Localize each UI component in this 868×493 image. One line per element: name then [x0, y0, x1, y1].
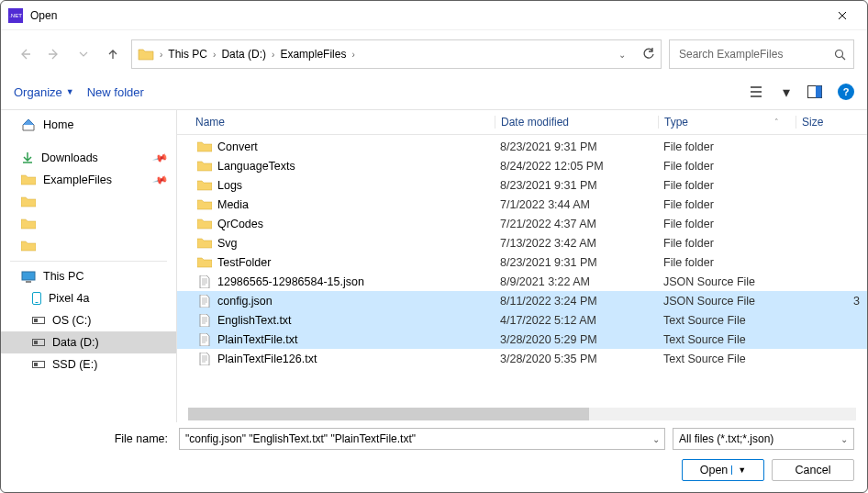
caret-down-icon[interactable]: ▾: [781, 82, 792, 102]
file-name: TestFolder: [217, 256, 271, 269]
file-row[interactable]: EnglishText.txt4/17/2022 5:12 AMText Sou…: [177, 310, 867, 330]
tree-item-examplefiles[interactable]: ExampleFiles 📌: [1, 169, 176, 191]
chevron-right-icon[interactable]: ›: [213, 50, 216, 60]
folder-icon: [21, 218, 36, 230]
new-folder-button[interactable]: New folder: [87, 85, 144, 99]
file-date: 8/11/2022 3:24 PM: [495, 295, 658, 308]
search-input[interactable]: [677, 47, 829, 62]
recent-locations-button[interactable]: [72, 43, 95, 65]
file-row[interactable]: Logs8/23/2021 9:31 PMFile folder: [177, 175, 867, 195]
file-type: JSON Source File: [658, 295, 796, 308]
refresh-button[interactable]: [642, 48, 655, 61]
tree-item-folder[interactable]: [1, 235, 176, 257]
tree-item-os-drive[interactable]: OS (C:): [1, 309, 176, 331]
window-title: Open: [30, 9, 57, 22]
scrollbar-thumb[interactable]: [188, 408, 589, 420]
filename-input[interactable]: [180, 432, 648, 445]
file-date: 4/17/2022 5:12 AM: [495, 314, 658, 327]
file-row[interactable]: 12986565-12986584-15.json8/9/2021 3:22 A…: [177, 272, 867, 291]
tree-item-folder[interactable]: [1, 213, 176, 235]
navigation-tree[interactable]: Home Downloads 📌 ExampleFiles 📌: [1, 110, 177, 422]
search-box[interactable]: [669, 39, 854, 69]
tree-item-home[interactable]: Home: [1, 114, 176, 136]
file-row[interactable]: Convert8/23/2021 9:31 PMFile folder: [177, 137, 867, 156]
chevron-right-icon[interactable]: ›: [272, 50, 274, 60]
filter-label: All files (*.txt;*.json): [679, 432, 773, 445]
file-date: 8/9/2021 3:22 AM: [495, 275, 658, 288]
filename-combo[interactable]: ⌄: [179, 428, 665, 450]
forward-button[interactable]: [43, 43, 65, 65]
caret-down-icon[interactable]: ▼: [731, 465, 746, 475]
view-options-button[interactable]: [748, 82, 768, 102]
column-header-date[interactable]: Date modified: [495, 116, 658, 129]
tree-item-downloads[interactable]: Downloads 📌: [1, 147, 176, 169]
file-date: 7/13/2022 3:42 AM: [495, 237, 658, 250]
file-row[interactable]: LanguageTexts8/24/2022 12:05 PMFile fold…: [177, 156, 867, 175]
tree-item-this-pc[interactable]: This PC: [1, 265, 176, 287]
file-icon: [195, 333, 214, 346]
svg-rect-2: [816, 86, 822, 98]
footer: File name: ⌄ All files (*.txt;*.json) ⌄ …: [1, 422, 867, 492]
svg-rect-3: [22, 272, 35, 280]
file-size: 3: [796, 295, 867, 308]
breadcrumb-item[interactable]: Data (D:): [221, 48, 266, 61]
help-button[interactable]: ?: [838, 84, 854, 100]
pin-icon: 📌: [152, 172, 170, 188]
file-row[interactable]: config.json8/11/2022 3:24 PMJSON Source …: [177, 291, 867, 310]
file-date: 8/23/2021 9:31 PM: [495, 256, 658, 269]
chevron-right-icon[interactable]: ›: [351, 50, 354, 60]
open-button[interactable]: Open ▼: [682, 459, 764, 481]
file-name: Media: [217, 198, 249, 211]
tree-item-ssd-drive[interactable]: SSD (E:): [1, 353, 176, 375]
tree-item-pixel[interactable]: Pixel 4a: [1, 287, 176, 309]
file-icon: [195, 353, 214, 365]
organize-button[interactable]: Organize ▼: [14, 85, 74, 99]
file-type: JSON Source File: [658, 275, 796, 288]
tree-item-data-drive[interactable]: Data (D:): [1, 331, 176, 353]
back-button[interactable]: [14, 43, 36, 65]
file-row[interactable]: Media7/1/2022 3:44 AMFile folder: [177, 195, 867, 214]
file-row[interactable]: PlainTextFile.txt3/28/2020 5:29 PMText S…: [177, 330, 867, 349]
file-row[interactable]: PlainTextFile126.txt3/28/2020 5:35 PMTex…: [177, 349, 867, 368]
file-type: Text Source File: [658, 353, 796, 365]
column-header-name[interactable]: Name: [195, 116, 495, 129]
file-icon: [195, 295, 214, 308]
pc-icon: [21, 271, 36, 283]
file-name: Logs: [217, 179, 242, 192]
preview-pane-button[interactable]: [805, 82, 825, 102]
chevron-down-icon[interactable]: ⌄: [618, 50, 626, 60]
file-name: Convert: [217, 140, 258, 153]
folder-icon: [195, 238, 214, 249]
folder-icon: [195, 257, 214, 268]
titlebar: .NET Open: [1, 1, 867, 30]
column-header-type[interactable]: Type ˄: [658, 116, 796, 129]
file-row[interactable]: TestFolder8/23/2021 9:31 PMFile folder: [177, 252, 867, 272]
horizontal-scrollbar[interactable]: [188, 408, 856, 420]
close-button[interactable]: [821, 1, 863, 30]
up-button[interactable]: [102, 43, 124, 65]
column-header-size[interactable]: Size: [796, 116, 867, 129]
organize-label: Organize: [14, 85, 62, 99]
search-icon[interactable]: [834, 49, 846, 61]
chevron-down-icon[interactable]: ⌄: [648, 434, 664, 444]
file-row[interactable]: QrCodes7/21/2022 4:37 AMFile folder: [177, 214, 867, 233]
address-bar[interactable]: › This PC › Data (D:) › ExampleFiles › ⌄: [131, 39, 662, 69]
breadcrumb-item[interactable]: ExampleFiles: [280, 48, 346, 61]
file-row[interactable]: Svg7/13/2022 3:42 AMFile folder: [177, 233, 867, 252]
file-name: 12986565-12986584-15.json: [217, 275, 364, 288]
pin-icon: 📌: [152, 150, 170, 166]
breadcrumb-item[interactable]: This PC: [168, 48, 207, 61]
drive-icon: [32, 317, 45, 324]
svg-point-0: [836, 50, 843, 57]
chevron-right-icon[interactable]: ›: [160, 50, 162, 60]
phone-icon: [32, 292, 41, 305]
cancel-button[interactable]: Cancel: [772, 459, 854, 481]
open-dialog: .NET Open › This PC › Data (D:) ›: [0, 0, 868, 493]
tree-label: OS (C:): [52, 314, 91, 327]
tree-item-folder[interactable]: [1, 191, 176, 213]
drive-icon: [32, 339, 45, 346]
file-type-filter[interactable]: All files (*.txt;*.json) ⌄: [673, 428, 854, 450]
file-list[interactable]: Convert8/23/2021 9:31 PMFile folderLangu…: [177, 135, 867, 400]
file-name: EnglishText.txt: [217, 314, 292, 327]
tree-label: ExampleFiles: [43, 174, 112, 186]
